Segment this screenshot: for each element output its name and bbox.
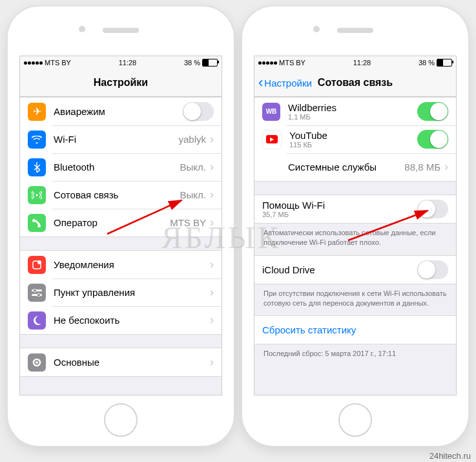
row-value: 88,8 МБ bbox=[404, 162, 440, 173]
row-label: iCloud Drive bbox=[262, 264, 417, 275]
wildberries-app-icon: WB bbox=[262, 103, 280, 121]
status-right: 38 % bbox=[184, 59, 218, 67]
row-label: Оператор bbox=[54, 217, 170, 228]
app-data-usage: 1,1 МБ bbox=[288, 113, 417, 121]
row-label: Wi-Fi bbox=[54, 134, 178, 145]
svg-point-0 bbox=[36, 194, 38, 196]
row-label: Bluetooth bbox=[54, 162, 180, 173]
row-system-services[interactable]: Системные службы 88,8 МБ › bbox=[254, 153, 456, 181]
chevron-right-icon: › bbox=[210, 160, 214, 174]
row-label: Пункт управления bbox=[54, 287, 210, 298]
nav-title: Настройки bbox=[94, 77, 148, 89]
row-label: Авиарежим bbox=[54, 106, 183, 117]
gear-icon bbox=[28, 353, 46, 372]
reset-stats-link[interactable]: Сбросить статистику bbox=[262, 324, 356, 335]
app-cellular-toggle[interactable] bbox=[417, 102, 448, 121]
cellular-apps-group: WB Wildberries 1,1 МБ ▶ YouTube 115 КБ bbox=[254, 97, 456, 182]
chevron-right-icon: › bbox=[210, 355, 214, 369]
front-camera bbox=[313, 26, 320, 32]
row-wifi[interactable]: Wi-Fi yablyk › bbox=[20, 125, 222, 153]
row-label: Помощь Wi-Fi bbox=[262, 200, 417, 211]
status-left: MTS BY bbox=[258, 59, 305, 67]
clock: 11:28 bbox=[353, 59, 371, 67]
row-cellular[interactable]: Сотовая связь Выкл. › bbox=[20, 181, 222, 209]
signal-dots-icon bbox=[24, 61, 43, 65]
svg-point-8 bbox=[36, 361, 38, 364]
nav-back-label: Настройки bbox=[264, 78, 312, 89]
chevron-left-icon: ‹ bbox=[258, 74, 263, 91]
app-name: YouTube bbox=[289, 130, 417, 141]
airplane-icon: ✈ bbox=[28, 103, 46, 121]
row-label: Не беспокоить bbox=[54, 315, 210, 326]
row-value: Выкл. bbox=[180, 162, 206, 173]
chevron-right-icon: › bbox=[210, 258, 214, 271]
settings-group-controls: Уведомления › Пункт управления › Не бесп… bbox=[20, 250, 222, 335]
status-right: 38 % bbox=[419, 59, 452, 67]
svg-point-6 bbox=[37, 293, 41, 297]
app-name: Wildberries bbox=[288, 102, 417, 113]
carrier-label: MTS BY bbox=[279, 59, 305, 67]
status-bar: MTS BY 11:28 38 % bbox=[20, 56, 222, 69]
screenshot-stage: MTS BY 11:28 38 % Настройки ✈ Авиарежим bbox=[0, 0, 476, 462]
row-airplane-mode[interactable]: ✈ Авиарежим bbox=[20, 98, 222, 125]
chevron-right-icon: › bbox=[444, 160, 448, 174]
row-value: Выкл. bbox=[180, 189, 206, 200]
youtube-app-icon: ▶ bbox=[262, 130, 282, 149]
nav-bar: Настройки bbox=[20, 69, 222, 97]
signal-dots-icon bbox=[258, 61, 277, 65]
wifi-icon bbox=[28, 131, 46, 149]
bluetooth-icon bbox=[28, 158, 46, 176]
notifications-icon bbox=[28, 256, 46, 274]
app-cellular-toggle[interactable] bbox=[417, 130, 448, 149]
app-data-usage: 115 КБ bbox=[289, 141, 417, 149]
nav-back-button[interactable]: ‹ Настройки bbox=[258, 74, 312, 91]
airplane-toggle[interactable] bbox=[183, 102, 214, 121]
battery-icon bbox=[437, 59, 452, 67]
moon-icon bbox=[28, 311, 46, 330]
wifi-assist-footer: Автоматически использовать сотовые данны… bbox=[254, 224, 456, 250]
wifi-assist-usage: 35,7 МБ bbox=[262, 211, 417, 218]
row-label: Уведомления bbox=[54, 259, 210, 270]
row-value: yablyk bbox=[178, 134, 206, 145]
chevron-right-icon: › bbox=[210, 286, 214, 299]
row-label: Системные службы bbox=[288, 162, 404, 173]
status-bar: MTS BY 11:28 38 % bbox=[254, 56, 456, 69]
battery-pct: 38 % bbox=[184, 59, 200, 67]
row-control-center[interactable]: Пункт управления › bbox=[20, 278, 222, 306]
chevron-right-icon: › bbox=[210, 188, 214, 202]
icloud-drive-footer: При отсутствии подключения к сети Wi-Fi … bbox=[254, 284, 456, 311]
control-center-icon bbox=[28, 284, 46, 302]
reset-stats-group: Сбросить статистику bbox=[254, 315, 456, 344]
home-button[interactable] bbox=[338, 403, 372, 437]
wifi-assist-group: Помощь Wi-Fi 35,7 МБ bbox=[254, 194, 456, 224]
front-camera bbox=[79, 26, 85, 32]
row-general[interactable]: Основные › bbox=[20, 348, 222, 376]
row-bluetooth[interactable]: Bluetooth Выкл. › bbox=[20, 153, 222, 181]
settings-group-connectivity: ✈ Авиарежим Wi-Fi yablyk › Blueto bbox=[20, 97, 222, 237]
settings-group-general: Основные › bbox=[20, 348, 222, 377]
source-credit: 24hitech.ru bbox=[429, 451, 471, 461]
nav-bar: ‹ Настройки Сотовая связь bbox=[254, 69, 456, 97]
row-label: Сотовая связь bbox=[54, 189, 180, 200]
carrier-label: MTS BY bbox=[45, 59, 71, 67]
row-wifi-assist[interactable]: Помощь Wi-Fi 35,7 МБ bbox=[254, 195, 456, 223]
svg-point-2 bbox=[37, 260, 41, 264]
row-dnd[interactable]: Не беспокоить › bbox=[20, 306, 222, 334]
chevron-right-icon: › bbox=[210, 132, 214, 146]
row-label: Основные bbox=[54, 357, 210, 368]
svg-point-4 bbox=[34, 289, 37, 292]
home-button[interactable] bbox=[104, 403, 138, 437]
row-icloud-drive[interactable]: iCloud Drive bbox=[254, 256, 456, 284]
row-app-wildberries[interactable]: WB Wildberries 1,1 МБ bbox=[254, 98, 456, 125]
battery-icon bbox=[202, 59, 218, 67]
chevron-right-icon: › bbox=[210, 313, 214, 327]
nav-title: Сотовая связь bbox=[318, 77, 393, 89]
icloud-drive-toggle[interactable] bbox=[417, 260, 448, 279]
cellular-icon bbox=[28, 186, 46, 204]
last-reset-footer: Последний сброс: 5 марта 2017 г., 17:11 bbox=[254, 344, 456, 361]
row-app-youtube[interactable]: ▶ YouTube 115 КБ bbox=[254, 125, 456, 153]
icloud-drive-group: iCloud Drive bbox=[254, 255, 456, 284]
wifi-assist-toggle[interactable] bbox=[417, 200, 448, 218]
watermark-text: ЯБЛЫК bbox=[161, 220, 281, 255]
row-reset-statistics[interactable]: Сбросить статистику bbox=[254, 316, 456, 344]
